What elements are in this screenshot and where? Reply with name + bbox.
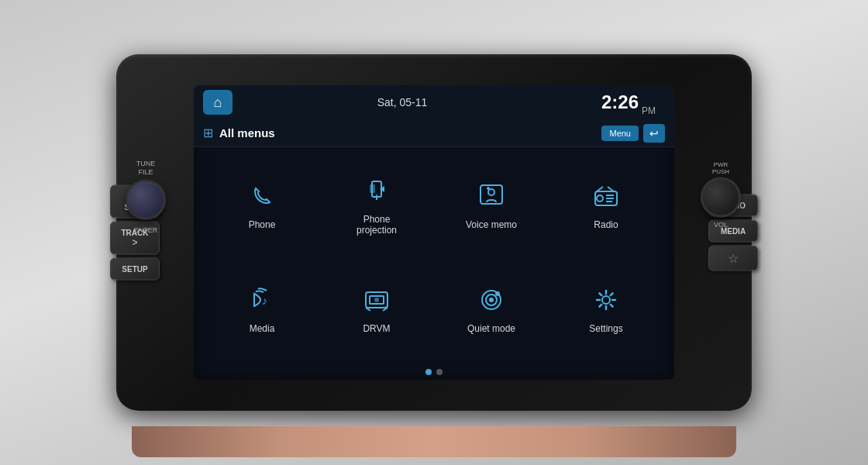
menu-item-quiet-mode[interactable]: Quiet mode — [436, 257, 547, 358]
phone-projection-label: Phoneprojection — [356, 214, 397, 236]
page-dot-1[interactable] — [425, 369, 432, 375]
menu-bar: ⊞ All menus Menu ↩ — [194, 119, 674, 147]
menu-item-phone-projection[interactable]: Phoneprojection — [321, 153, 432, 254]
menu-item-radio[interactable]: Radio — [550, 153, 662, 254]
menu-item-settings[interactable]: Settings — [550, 257, 662, 358]
page-dots — [194, 364, 674, 380]
car-console: < SEEK TRACK > SETUP TUNEFILE ENTER ⌂ — [85, 31, 783, 434]
phone-icon — [243, 177, 281, 215]
media-label: Media — [250, 323, 275, 334]
favorite-button[interactable]: ☆ — [708, 246, 758, 271]
phone-projection-icon — [358, 172, 395, 209]
tune-label: TUNEFILE — [136, 160, 156, 177]
pwr-label: PWRPUSH — [712, 160, 729, 175]
svg-point-22 — [602, 296, 610, 304]
back-button[interactable]: ↩ — [643, 124, 665, 143]
status-time: 2:26 — [601, 91, 639, 113]
voice-memo-icon — [473, 177, 510, 215]
svg-rect-2 — [370, 184, 375, 193]
menu-grid: Phone Phoneprojection — [194, 147, 674, 364]
menu-button[interactable]: Menu — [601, 126, 639, 141]
svg-point-21 — [495, 291, 500, 296]
phone-label: Phone — [249, 219, 276, 230]
drvm-icon — [358, 281, 395, 319]
all-menus-title: All menus — [219, 126, 601, 140]
track-arrow: > — [119, 237, 151, 248]
menu-item-media[interactable]: ♪ Media — [206, 257, 318, 358]
tune-knob[interactable] — [126, 180, 166, 220]
svg-point-6 — [487, 187, 490, 190]
status-date: Sat, 05-11 — [203, 96, 601, 108]
setup-label: SETUP — [122, 265, 147, 274]
svg-text:♪: ♪ — [262, 294, 267, 307]
radio-icon — [587, 177, 625, 215]
left-controls: < SEEK TRACK > SETUP TUNEFILE ENTER — [110, 185, 160, 281]
menu-item-drvm[interactable]: DRVM — [321, 257, 432, 358]
right-controls: RADIO MEDIA ☆ PWRPUSH VOL — [708, 195, 758, 271]
svg-point-5 — [488, 189, 494, 195]
volume-knob[interactable] — [701, 177, 741, 218]
status-ampm: PM — [642, 105, 656, 116]
svg-point-8 — [597, 195, 603, 202]
radio-label: Radio — [594, 219, 618, 230]
back-icon: ↩ — [649, 127, 659, 140]
right-knob-area: PWRPUSH VOL — [701, 160, 741, 228]
settings-label: Settings — [589, 323, 622, 334]
setup-button[interactable]: SETUP — [110, 258, 160, 281]
voice-memo-label: Voice memo — [466, 219, 517, 230]
infotainment-screen: ⌂ Sat, 05-11 2:26 PM ⊞ All menus Menu ↩ — [194, 85, 674, 380]
enter-label: ENTER — [134, 226, 158, 234]
settings-icon — [587, 281, 625, 319]
media-icon: ♪ — [243, 281, 281, 319]
status-bar: ⌂ Sat, 05-11 2:26 PM — [194, 85, 674, 119]
menu-item-phone[interactable]: Phone — [206, 153, 318, 254]
tune-area: TUNEFILE ENTER — [126, 160, 166, 234]
quiet-mode-icon — [473, 281, 510, 319]
svg-point-3 — [376, 195, 377, 196]
menu-item-voice-memo[interactable]: Voice memo — [436, 153, 547, 254]
vol-label: VOL — [714, 221, 728, 229]
svg-point-20 — [489, 298, 494, 302]
page-dot-2[interactable] — [436, 369, 443, 375]
quiet-mode-label: Quiet mode — [467, 323, 515, 334]
svg-point-15 — [374, 298, 379, 302]
drvm-label: DRVM — [363, 323, 390, 334]
main-bezel: < SEEK TRACK > SETUP TUNEFILE ENTER ⌂ — [116, 54, 752, 411]
grid-icon: ⊞ — [203, 126, 213, 140]
bottom-trim — [132, 426, 736, 457]
